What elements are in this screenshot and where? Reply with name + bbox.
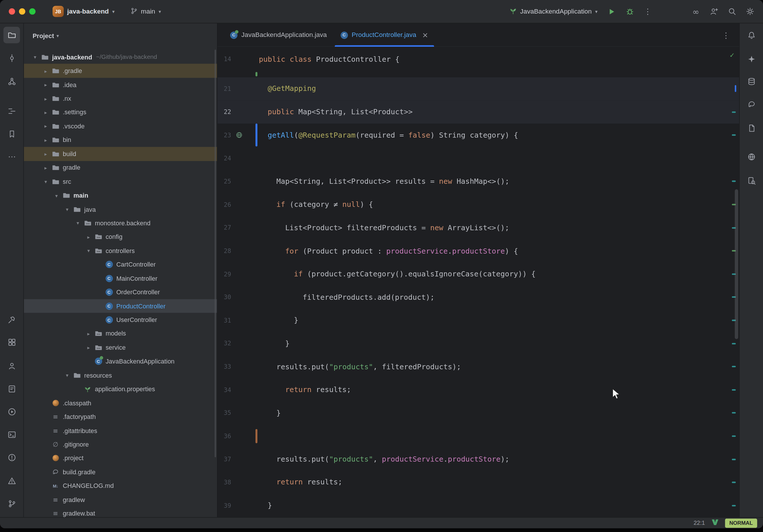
branch-widget[interactable]: main — [126, 3, 165, 20]
terminal-tool-button[interactable] — [3, 426, 20, 443]
tree-item-build-gradle[interactable]: build.gradle — [24, 465, 217, 479]
code-line-27[interactable]: 27List<Product> filteredProducts = new A… — [218, 216, 739, 239]
services-tool-button[interactable] — [3, 334, 20, 350]
code-line-24[interactable]: 24 — [218, 147, 739, 170]
more-tool-button[interactable] — [3, 148, 20, 165]
inspections-ok-icon[interactable] — [729, 52, 735, 59]
code-line-32[interactable]: 32} — [218, 332, 739, 355]
tree-item-project[interactable]: .project — [24, 451, 217, 465]
tree-item-config[interactable]: config — [24, 230, 217, 244]
settings-button[interactable] — [742, 3, 758, 20]
tree-item-java[interactable]: java — [24, 202, 217, 216]
code-line-26[interactable]: 26if (category ≠ null) { — [218, 193, 739, 216]
chevron-right-icon[interactable] — [84, 234, 93, 240]
tree-item-idea[interactable]: .idea — [24, 78, 217, 92]
project-view-selector[interactable]: Project — [33, 32, 54, 39]
search-everywhere-button[interactable] — [723, 3, 740, 20]
code-line-31[interactable]: 31} — [218, 309, 739, 332]
tree-item-gradlew[interactable]: gradlew — [24, 493, 217, 507]
tree-item-factorypath[interactable]: .factorypath — [24, 410, 217, 424]
maven-tool-button[interactable] — [743, 120, 760, 136]
tree-item-gitignore[interactable]: .gitignore — [24, 437, 217, 451]
code-line-25[interactable]: 25Map<String, List<Product>> results = n… — [218, 170, 739, 193]
chevron-down-icon[interactable] — [63, 206, 71, 212]
tree-item-build[interactable]: build — [24, 147, 217, 161]
chevron-right-icon[interactable] — [41, 123, 50, 129]
structure-tool-button[interactable] — [3, 103, 20, 119]
problems-tool-button[interactable] — [3, 449, 20, 465]
chevron-right-icon[interactable] — [41, 137, 50, 143]
tree-item-resources[interactable]: resources — [24, 369, 217, 382]
code-line-22[interactable]: 22public Map<String, List<Product>> — [218, 100, 739, 124]
endpoints-tool-button[interactable] — [743, 148, 760, 165]
chevron-down-icon[interactable] — [63, 372, 71, 378]
chevron-down-icon[interactable] — [41, 178, 50, 184]
editor-tab-javabackendapplication-java[interactable]: JavaBackendApplication.java — [223, 23, 334, 46]
tree-item-service[interactable]: service — [24, 341, 217, 355]
project-selector[interactable]: JB java-backend — [48, 3, 119, 20]
tree-item-ordercontroller[interactable]: OrderController — [24, 285, 217, 299]
bookmarks-tool-button[interactable] — [3, 126, 20, 142]
chevron-right-icon[interactable] — [41, 151, 50, 157]
code-line-21[interactable]: 21@GetMapping — [218, 77, 739, 100]
documentation-tool-button[interactable] — [743, 172, 760, 189]
database-tool-button[interactable] — [743, 73, 760, 89]
tree-item-controllers[interactable]: controllers — [24, 244, 217, 258]
tree-item-settings[interactable]: .settings — [24, 105, 217, 119]
run-configuration-widget[interactable]: JavaBackendApplication — [505, 3, 602, 20]
code-line-38[interactable]: 38return results; — [218, 471, 739, 494]
code-line-30[interactable]: 30filteredProducts.add(product); — [218, 286, 739, 309]
chevron-right-icon[interactable] — [41, 95, 50, 101]
pull-requests-tool-button[interactable] — [3, 73, 20, 89]
tab-options-button[interactable] — [718, 27, 734, 43]
tree-item-vscode[interactable]: .vscode — [24, 119, 217, 133]
editor-tab-productcontroller-java[interactable]: ProductController.java — [334, 23, 435, 46]
tree-item-gradle[interactable]: .gradle — [24, 64, 217, 78]
caret-position-widget[interactable]: 22:1 — [694, 520, 705, 527]
close-tab-icon[interactable] — [422, 30, 428, 39]
chevron-down-icon[interactable] — [52, 192, 60, 198]
tree-item-application-properties[interactable]: application.properties — [24, 382, 217, 396]
tree-item-src[interactable]: src — [24, 174, 217, 188]
chevron-right-icon[interactable] — [41, 82, 50, 87]
warnings-tool-button[interactable] — [3, 472, 20, 489]
tree-item-gradlew-bat[interactable]: gradlew.bat — [24, 507, 217, 517]
run-button[interactable] — [603, 3, 620, 20]
code-with-me-tool-button[interactable] — [3, 358, 20, 374]
tree-item-usercontroller[interactable]: UserController — [24, 313, 217, 327]
commit-tool-button[interactable] — [3, 50, 20, 66]
tree-item-models[interactable]: models — [24, 327, 217, 341]
invite-user-button[interactable] — [706, 3, 722, 20]
run-tool-button[interactable] — [3, 403, 20, 420]
tree-item-gitattributes[interactable]: .gitattributes — [24, 424, 217, 437]
code-line-29[interactable]: 29if (product.getCategory().equalsIgnore… — [218, 262, 739, 285]
tree-item-productcontroller[interactable]: ProductController — [24, 299, 217, 313]
gradle-tool-button[interactable] — [743, 96, 760, 112]
chevron-down-icon[interactable] — [31, 54, 39, 60]
chevron-right-icon[interactable] — [41, 165, 50, 170]
ai-assistant-tool-button[interactable] — [743, 51, 760, 67]
code-line-14[interactable]: 14public class ProductController { — [218, 48, 739, 71]
project-scrollbar[interactable] — [215, 50, 216, 457]
chevron-down-icon[interactable] — [84, 248, 93, 254]
build-tool-button[interactable] — [3, 311, 20, 328]
close-window-button[interactable] — [9, 8, 15, 15]
tree-item-javabackendapplication[interactable]: JavaBackendApplication — [24, 355, 217, 369]
code-line-34[interactable]: 34return results; — [218, 378, 739, 401]
project-tool-button[interactable] — [3, 27, 20, 43]
ai-assistant-button[interactable] — [688, 3, 704, 20]
more-run-actions-button[interactable] — [639, 3, 656, 20]
chevron-right-icon[interactable] — [41, 109, 50, 115]
folded-region[interactable] — [218, 71, 739, 77]
zoom-window-button[interactable] — [29, 8, 36, 15]
code-line-28[interactable]: 28for (Product product : productService.… — [218, 239, 739, 262]
chevron-right-icon[interactable] — [84, 345, 93, 351]
tree-item-nx[interactable]: .nx — [24, 92, 217, 106]
tree-item-gradle[interactable]: gradle — [24, 161, 217, 174]
code-line-37[interactable]: 37results.put("products", productService… — [218, 448, 739, 471]
tree-item-changelog-md[interactable]: CHANGELOG.md — [24, 479, 217, 493]
version-control-tool-button[interactable] — [3, 495, 20, 512]
endpoint-globe-icon[interactable] — [236, 131, 243, 139]
tree-item-cartcontroller[interactable]: CartController — [24, 258, 217, 271]
code-line-23[interactable]: 23getAll(@RequestParam(required = false)… — [218, 124, 739, 147]
